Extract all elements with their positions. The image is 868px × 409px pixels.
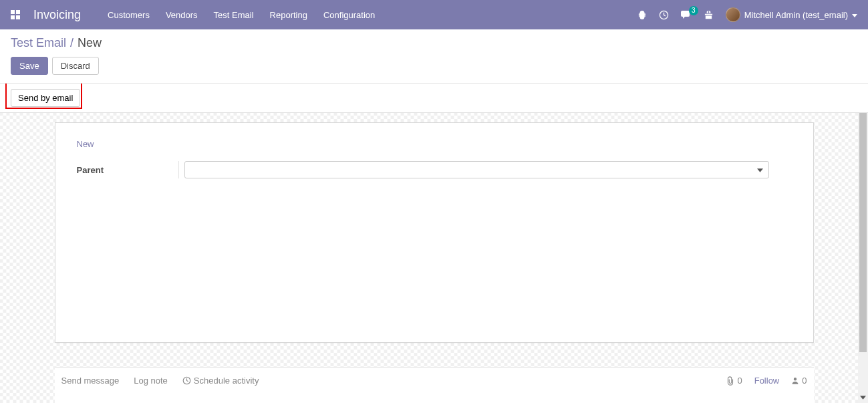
scrollbar-down-arrow[interactable] (858, 393, 868, 403)
control-panel: Test Email / New Save Discard (0, 29, 868, 84)
content-area: Send by email New Parent (0, 84, 868, 403)
nav-test-email[interactable]: Test Email (214, 10, 254, 20)
nav-reporting[interactable]: Reporting (270, 10, 307, 20)
attachments-count: 0 (737, 376, 742, 386)
schedule-activity-label: Schedule activity (194, 376, 259, 386)
debug-icon[interactable] (637, 10, 647, 19)
svg-rect-1 (16, 10, 20, 14)
followers-button[interactable]: 0 (791, 376, 807, 386)
chatter-topbar: Send message Log note Schedule activity … (55, 376, 814, 386)
follow-button[interactable]: Follow (754, 376, 780, 386)
breadcrumb-current: New (78, 36, 102, 50)
chevron-down-icon (757, 165, 763, 175)
nav-vendors[interactable]: Vendors (166, 10, 198, 20)
svg-rect-0 (11, 10, 15, 14)
breadcrumb: Test Email / New (11, 36, 857, 50)
record-title: New (77, 139, 792, 149)
app-brand[interactable]: Invoicing (33, 8, 81, 22)
statusbar: Send by email (0, 84, 868, 113)
user-menu[interactable]: Mitchell Admin (test_email) (726, 7, 857, 22)
send-by-email-button[interactable]: Send by email (11, 89, 80, 107)
apps-icon[interactable] (11, 10, 20, 19)
control-buttons: Save Discard (11, 57, 857, 75)
chevron-down-icon (852, 10, 857, 20)
followers-count: 0 (802, 376, 807, 386)
avatar (726, 7, 740, 22)
attachments-button[interactable]: 0 (726, 376, 742, 386)
save-button[interactable]: Save (11, 57, 48, 75)
log-note-button[interactable]: Log note (134, 376, 168, 386)
scrollbar-thumb[interactable] (859, 84, 867, 352)
chatter: Send message Log note Schedule activity … (55, 367, 814, 403)
nav-menu: Customers Vendors Test Email Reporting C… (108, 10, 637, 20)
discard-button[interactable]: Discard (52, 57, 99, 75)
svg-rect-2 (11, 15, 15, 19)
main-navbar: Invoicing Customers Vendors Test Email R… (0, 0, 868, 29)
schedule-activity-button[interactable]: Schedule activity (182, 376, 259, 386)
send-message-button[interactable]: Send message (61, 376, 120, 386)
parent-select[interactable] (184, 161, 769, 178)
breadcrumb-separator: / (70, 36, 74, 50)
breadcrumb-parent[interactable]: Test Email (11, 36, 66, 50)
user-name: Mitchell Admin (test_email) (744, 10, 848, 20)
gift-icon[interactable] (704, 10, 714, 20)
form-background: New Parent Send (0, 113, 868, 403)
scrollbar-track[interactable] (858, 84, 868, 403)
activities-icon[interactable] (659, 10, 669, 20)
nav-customers[interactable]: Customers (108, 10, 150, 20)
nav-configuration[interactable]: Configuration (323, 10, 375, 20)
field-row-parent: Parent (77, 161, 792, 178)
svg-rect-3 (16, 15, 20, 19)
messaging-icon[interactable]: 3 (681, 10, 692, 19)
parent-label: Parent (77, 165, 178, 175)
nav-right: 3 Mitchell Admin (test_email) (637, 7, 857, 22)
messaging-badge: 3 (689, 6, 698, 15)
form-sheet: New Parent (55, 122, 814, 343)
